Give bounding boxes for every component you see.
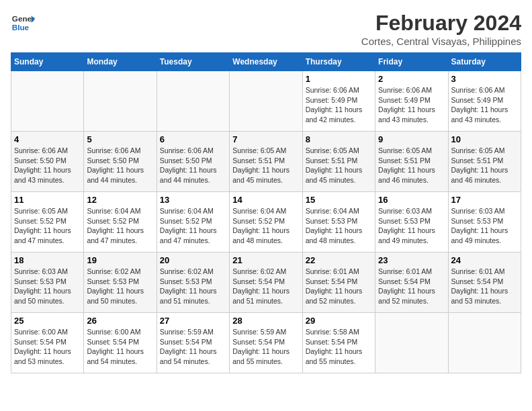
- calendar-cell: 6Sunrise: 6:06 AMSunset: 5:50 PMDaylight…: [157, 132, 229, 192]
- calendar-table: SundayMondayTuesdayWednesdayThursdayFrid…: [11, 52, 521, 373]
- day-info: Sunrise: 6:04 AMSunset: 5:52 PMDaylight:…: [232, 206, 299, 246]
- day-info: Sunrise: 6:02 AMSunset: 5:53 PMDaylight:…: [160, 267, 226, 306]
- logo: General Blue: [11, 11, 35, 35]
- calendar-cell: 22Sunrise: 6:01 AMSunset: 5:54 PMDayligh…: [302, 253, 375, 313]
- calendar-week-1: 1Sunrise: 6:06 AMSunset: 5:49 PMDaylight…: [11, 71, 521, 132]
- day-number: 4: [14, 134, 81, 144]
- day-number: 25: [14, 316, 81, 326]
- day-number: 23: [378, 255, 445, 265]
- day-number: 26: [87, 316, 153, 326]
- day-info: Sunrise: 6:04 AMSunset: 5:53 PMDaylight:…: [306, 206, 372, 246]
- calendar-cell: 10Sunrise: 6:05 AMSunset: 5:51 PMDayligh…: [448, 132, 521, 192]
- page-subtitle: Cortes, Central Visayas, Philippines: [361, 36, 521, 47]
- day-info: Sunrise: 6:00 AMSunset: 5:54 PMDaylight:…: [14, 327, 81, 367]
- day-info: Sunrise: 6:05 AMSunset: 5:51 PMDaylight:…: [451, 146, 518, 185]
- calendar-cell: 18Sunrise: 6:03 AMSunset: 5:53 PMDayligh…: [11, 253, 84, 313]
- calendar-cell: 28Sunrise: 5:59 AMSunset: 5:54 PMDayligh…: [230, 313, 302, 373]
- calendar-header-row: SundayMondayTuesdayWednesdayThursdayFrid…: [11, 53, 521, 71]
- day-info: Sunrise: 6:04 AMSunset: 5:52 PMDaylight:…: [87, 206, 153, 246]
- day-number: 24: [451, 255, 518, 265]
- day-info: Sunrise: 6:03 AMSunset: 5:53 PMDaylight:…: [451, 206, 518, 246]
- calendar-cell: [11, 71, 84, 132]
- day-info: Sunrise: 6:03 AMSunset: 5:53 PMDaylight:…: [14, 267, 81, 306]
- day-number: 16: [378, 195, 445, 205]
- day-info: Sunrise: 6:04 AMSunset: 5:52 PMDaylight:…: [160, 206, 226, 246]
- day-number: 3: [451, 74, 518, 84]
- calendar-cell: 19Sunrise: 6:02 AMSunset: 5:53 PMDayligh…: [84, 253, 157, 313]
- day-info: Sunrise: 6:06 AMSunset: 5:50 PMDaylight:…: [160, 146, 226, 185]
- day-info: Sunrise: 5:59 AMSunset: 5:54 PMDaylight:…: [232, 327, 299, 367]
- calendar-week-5: 25Sunrise: 6:00 AMSunset: 5:54 PMDayligh…: [11, 313, 521, 373]
- day-info: Sunrise: 6:06 AMSunset: 5:49 PMDaylight:…: [306, 85, 372, 125]
- day-info: Sunrise: 6:05 AMSunset: 5:51 PMDaylight:…: [306, 146, 372, 185]
- day-info: Sunrise: 5:58 AMSunset: 5:54 PMDaylight:…: [306, 327, 372, 367]
- day-info: Sunrise: 6:01 AMSunset: 5:54 PMDaylight:…: [306, 267, 372, 306]
- day-number: 5: [87, 134, 153, 144]
- title-block: February 2024 Cortes, Central Visayas, P…: [361, 11, 521, 47]
- day-number: 21: [232, 255, 299, 265]
- calendar-cell: 16Sunrise: 6:03 AMSunset: 5:53 PMDayligh…: [375, 192, 448, 253]
- day-number: 6: [160, 134, 226, 144]
- svg-text:Blue: Blue: [12, 23, 30, 32]
- day-number: 27: [160, 316, 226, 326]
- day-info: Sunrise: 6:02 AMSunset: 5:54 PMDaylight:…: [232, 267, 299, 306]
- day-info: Sunrise: 5:59 AMSunset: 5:54 PMDaylight:…: [160, 327, 226, 367]
- calendar-cell: 20Sunrise: 6:02 AMSunset: 5:53 PMDayligh…: [157, 253, 229, 313]
- column-header-monday: Monday: [84, 53, 157, 71]
- calendar-cell: [375, 313, 448, 373]
- day-info: Sunrise: 6:03 AMSunset: 5:53 PMDaylight:…: [378, 206, 445, 246]
- day-number: 9: [378, 134, 445, 144]
- day-number: 11: [14, 195, 81, 205]
- calendar-cell: 5Sunrise: 6:06 AMSunset: 5:50 PMDaylight…: [84, 132, 157, 192]
- day-info: Sunrise: 6:01 AMSunset: 5:54 PMDaylight:…: [378, 267, 445, 306]
- calendar-week-4: 18Sunrise: 6:03 AMSunset: 5:53 PMDayligh…: [11, 253, 521, 313]
- day-info: Sunrise: 6:05 AMSunset: 5:51 PMDaylight:…: [378, 146, 445, 185]
- calendar-cell: [230, 71, 302, 132]
- day-info: Sunrise: 6:01 AMSunset: 5:54 PMDaylight:…: [451, 267, 518, 306]
- calendar-cell: 15Sunrise: 6:04 AMSunset: 5:53 PMDayligh…: [302, 192, 375, 253]
- calendar-cell: 14Sunrise: 6:04 AMSunset: 5:52 PMDayligh…: [230, 192, 302, 253]
- day-number: 13: [160, 195, 226, 205]
- calendar-cell: 12Sunrise: 6:04 AMSunset: 5:52 PMDayligh…: [84, 192, 157, 253]
- column-header-wednesday: Wednesday: [230, 53, 302, 71]
- day-number: 2: [378, 74, 445, 84]
- day-info: Sunrise: 6:06 AMSunset: 5:50 PMDaylight:…: [14, 146, 81, 185]
- day-number: 17: [451, 195, 518, 205]
- calendar-cell: [157, 71, 229, 132]
- column-header-friday: Friday: [375, 53, 448, 71]
- day-info: Sunrise: 6:05 AMSunset: 5:51 PMDaylight:…: [232, 146, 299, 185]
- column-header-sunday: Sunday: [11, 53, 84, 71]
- day-number: 7: [232, 134, 299, 144]
- day-number: 18: [14, 255, 81, 265]
- day-number: 28: [232, 316, 299, 326]
- calendar-cell: 24Sunrise: 6:01 AMSunset: 5:54 PMDayligh…: [448, 253, 521, 313]
- calendar-cell: 1Sunrise: 6:06 AMSunset: 5:49 PMDaylight…: [302, 71, 375, 132]
- calendar-cell: 8Sunrise: 6:05 AMSunset: 5:51 PMDaylight…: [302, 132, 375, 192]
- logo-icon: General Blue: [11, 11, 35, 35]
- day-number: 12: [87, 195, 153, 205]
- calendar-cell: 11Sunrise: 6:05 AMSunset: 5:52 PMDayligh…: [11, 192, 84, 253]
- day-number: 14: [232, 195, 299, 205]
- day-info: Sunrise: 6:00 AMSunset: 5:54 PMDaylight:…: [87, 327, 153, 367]
- day-number: 29: [306, 316, 372, 326]
- day-info: Sunrise: 6:05 AMSunset: 5:52 PMDaylight:…: [14, 206, 81, 246]
- column-header-saturday: Saturday: [448, 53, 521, 71]
- calendar-cell: 13Sunrise: 6:04 AMSunset: 5:52 PMDayligh…: [157, 192, 229, 253]
- day-number: 22: [306, 255, 372, 265]
- calendar-cell: 27Sunrise: 5:59 AMSunset: 5:54 PMDayligh…: [157, 313, 229, 373]
- page-header: General Blue February 2024 Cortes, Centr…: [11, 11, 521, 47]
- day-info: Sunrise: 6:06 AMSunset: 5:50 PMDaylight:…: [87, 146, 153, 185]
- day-number: 20: [160, 255, 226, 265]
- calendar-cell: [84, 71, 157, 132]
- calendar-cell: 3Sunrise: 6:06 AMSunset: 5:49 PMDaylight…: [448, 71, 521, 132]
- column-header-tuesday: Tuesday: [157, 53, 229, 71]
- calendar-cell: 7Sunrise: 6:05 AMSunset: 5:51 PMDaylight…: [230, 132, 302, 192]
- calendar-cell: 26Sunrise: 6:00 AMSunset: 5:54 PMDayligh…: [84, 313, 157, 373]
- day-info: Sunrise: 6:06 AMSunset: 5:49 PMDaylight:…: [451, 85, 518, 125]
- calendar-cell: 2Sunrise: 6:06 AMSunset: 5:49 PMDaylight…: [375, 71, 448, 132]
- calendar-cell: 23Sunrise: 6:01 AMSunset: 5:54 PMDayligh…: [375, 253, 448, 313]
- calendar-cell: 17Sunrise: 6:03 AMSunset: 5:53 PMDayligh…: [448, 192, 521, 253]
- day-number: 19: [87, 255, 153, 265]
- calendar-cell: 4Sunrise: 6:06 AMSunset: 5:50 PMDaylight…: [11, 132, 84, 192]
- calendar-cell: 21Sunrise: 6:02 AMSunset: 5:54 PMDayligh…: [230, 253, 302, 313]
